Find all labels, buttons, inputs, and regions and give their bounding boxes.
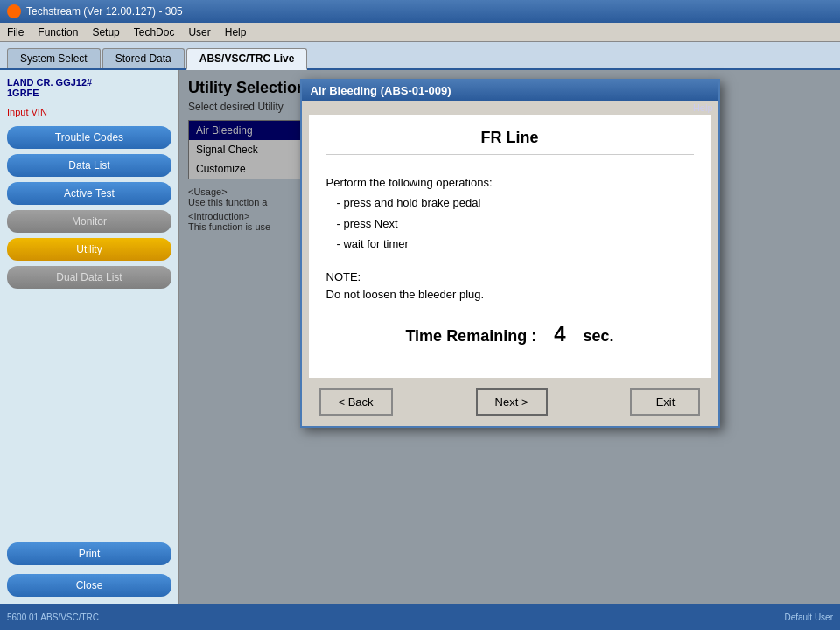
tab-bar: System Select Stored Data ABS/VSC/TRC Li…: [0, 42, 840, 70]
trouble-codes-button[interactable]: Trouble Codes: [7, 126, 172, 149]
status-bar: 5600 01 ABS/VSC/TRC Default User: [0, 604, 840, 630]
note-text: Do not loosen the bleeder plug.: [326, 286, 694, 304]
dual-data-list-button[interactable]: Dual Data List: [7, 266, 172, 289]
modal-note: NOTE: Do not loosen the bleeder plug.: [326, 269, 694, 305]
status-right: Default User: [784, 612, 833, 622]
menu-function[interactable]: Function: [38, 26, 78, 38]
vehicle-line1: LAND CR. GGJ12#: [7, 77, 172, 88]
modal-help: Help: [302, 101, 718, 115]
modal-instructions: Perform the following operations: - pres…: [326, 172, 694, 255]
menu-setup[interactable]: Setup: [92, 26, 119, 38]
title-bar: Techstream (Ver 12.00.127) - 305: [0, 0, 840, 23]
modal-body: FR Line Perform the following operations…: [309, 115, 711, 378]
air-bleeding-modal: Air Bleeding (ABS-01-009) Help FR Line P…: [300, 79, 720, 428]
data-list-button[interactable]: Data List: [7, 154, 172, 177]
menu-bar: File Function Setup TechDoc User Help: [0, 23, 840, 42]
right-content: Utility Selection Menu Select desired Ut…: [179, 70, 840, 604]
app-icon: [7, 4, 21, 18]
active-test-button[interactable]: Active Test: [7, 182, 172, 205]
menu-help[interactable]: Help: [225, 26, 247, 38]
timer-unit: sec.: [584, 327, 614, 346]
tab-abs-live[interactable]: ABS/VSC/TRC Live: [186, 48, 308, 70]
step-3: - wait for timer: [326, 234, 694, 254]
menu-file[interactable]: File: [7, 26, 24, 38]
vehicle-line2: 1GRFE: [7, 88, 172, 98]
status-left: 5600 01 ABS/VSC/TRC: [7, 612, 99, 622]
tab-stored-data[interactable]: Stored Data: [102, 48, 185, 68]
vehicle-info: LAND CR. GGJ12# 1GRFE: [7, 77, 172, 98]
menu-user[interactable]: User: [188, 26, 210, 38]
app-title: Techstream (Ver 12.00.127) - 305: [26, 5, 183, 18]
monitor-button[interactable]: Monitor: [7, 210, 172, 233]
close-button[interactable]: Close: [7, 574, 172, 597]
menu-techdoc[interactable]: TechDoc: [134, 26, 175, 38]
utility-button[interactable]: Utility: [7, 238, 172, 261]
modal-overlay: Air Bleeding (ABS-01-009) Help FR Line P…: [179, 70, 840, 604]
instructions-header: Perform the following operations:: [326, 172, 694, 192]
modal-title: Air Bleeding (ABS-01-009): [311, 84, 452, 97]
exit-button[interactable]: Exit: [630, 388, 700, 416]
step-1: - press and hold brake pedal: [326, 192, 694, 213]
line-title: FR Line: [326, 129, 694, 155]
step-2: - press Next: [326, 214, 694, 234]
main-content: LAND CR. GGJ12# 1GRFE Input VIN Trouble …: [0, 70, 840, 604]
modal-footer: < Back Next > Exit: [302, 378, 718, 426]
note-header: NOTE:: [326, 269, 694, 287]
print-button[interactable]: Print: [7, 542, 172, 565]
input-vin-label: Input VIN: [7, 107, 172, 117]
modal-titlebar: Air Bleeding (ABS-01-009): [302, 80, 718, 101]
modal-timer: Time Remaining : 4 sec.: [326, 322, 694, 346]
sidebar: LAND CR. GGJ12# 1GRFE Input VIN Trouble …: [0, 70, 179, 604]
help-label[interactable]: Help: [693, 102, 713, 113]
tab-system-select[interactable]: System Select: [7, 48, 101, 68]
timer-label: Time Remaining :: [405, 327, 536, 346]
back-button[interactable]: < Back: [319, 388, 393, 416]
next-button[interactable]: Next >: [476, 388, 548, 416]
timer-value: 4: [554, 322, 565, 346]
